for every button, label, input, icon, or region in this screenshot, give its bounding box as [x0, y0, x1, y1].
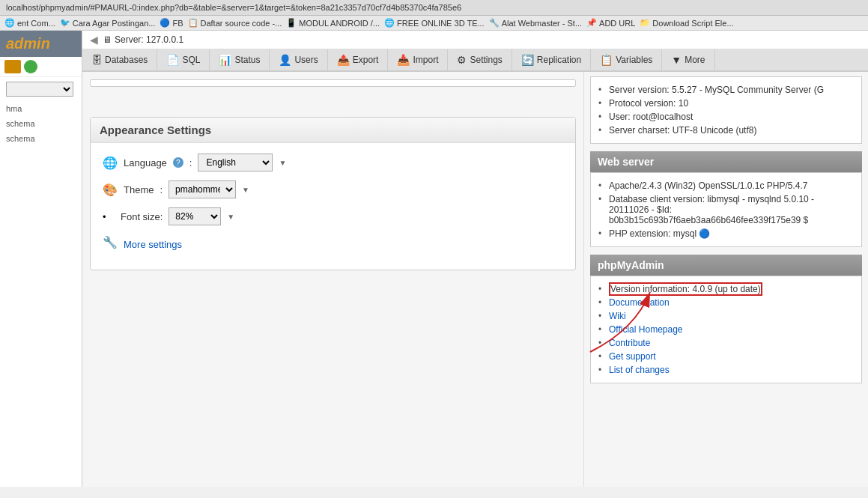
more-icon: ▼	[671, 54, 682, 66]
import-icon: 📥	[397, 54, 410, 66]
tab-more[interactable]: ▼ More	[662, 49, 714, 70]
tab-import[interactable]: 📥 Import	[388, 49, 448, 70]
language-colon: :	[189, 157, 192, 168]
server-breadcrumb: ◀ 🖥 Server: 127.0.0.1	[82, 31, 868, 49]
version-highlight: Version information: 4.0.9 (up to date)	[609, 282, 762, 296]
web-server-section: Web server Apache/2.4.3 (Win32) OpenSSL/…	[590, 151, 862, 247]
wiki-link[interactable]: Wiki	[609, 311, 626, 321]
theme-row: 🎨 Theme : pmahomme ▼	[103, 180, 563, 198]
address-bar[interactable]: localhost/phpmyadmin/#PMAURL-0:index.php…	[0, 0, 868, 16]
bookmark-3[interactable]: 📋 Daftar source code -...	[188, 18, 282, 28]
left-content: Appearance Settings 🌐 Language ? : Engli…	[82, 72, 583, 487]
tab-settings[interactable]: ⚙ Settings	[448, 49, 512, 70]
app-container: admin hma schema schema ◀ 🖥 Server: 127.…	[0, 31, 868, 487]
sidebar-dropdown[interactable]	[6, 82, 73, 97]
tab-users[interactable]: 👤 Users	[270, 49, 327, 70]
language-select[interactable]: English	[198, 154, 273, 171]
sidebar-item-schema-1[interactable]: schema	[0, 116, 82, 131]
contribute-link[interactable]: Contribute	[609, 338, 650, 348]
phpmyadmin-body: Version information: 4.0.9 (up to date) …	[590, 276, 862, 383]
phpmyadmin-list: Version information: 4.0.9 (up to date) …	[598, 282, 854, 377]
version-info-item: Version information: 4.0.9 (up to date)	[598, 282, 854, 296]
tab-databases[interactable]: 🗄 Databases	[82, 49, 157, 70]
sidebar-item-hma[interactable]: hma	[0, 101, 82, 116]
sql-icon: 📄	[166, 54, 179, 66]
bookmark-7[interactable]: 📌 ADD URL	[586, 18, 635, 28]
tab-sql[interactable]: 📄 SQL	[157, 49, 210, 70]
right-panel-inner: Server version: 5.5.27 - MySQL Community…	[590, 76, 862, 383]
server-info-body: Server version: 5.5.27 - MySQL Community…	[590, 76, 862, 144]
language-icon: 🌐	[103, 156, 118, 170]
server-info-item-2: User: root@localhost	[598, 110, 854, 124]
databases-icon: 🗄	[91, 54, 102, 66]
bookmark-5[interactable]: 🌐 FREE ONLINE 3D TE...	[384, 18, 485, 28]
theme-icon: 🎨	[103, 183, 118, 197]
get-support-item: Get support	[598, 350, 854, 363]
nav-tabs: 🗄 Databases 📄 SQL 📊 Status 👤 Users 📤 Exp…	[82, 49, 868, 72]
appearance-title: Appearance Settings	[91, 118, 575, 143]
font-size-select[interactable]: 82%	[169, 207, 221, 225]
url-text: localhost/phpmyadmin/#PMAURL-0:index.php…	[6, 3, 461, 12]
server-info-section: Server version: 5.5.27 - MySQL Community…	[590, 76, 862, 144]
get-support-link[interactable]: Get support	[609, 351, 656, 362]
settings-icon: ⚙	[457, 54, 467, 66]
contribute-item: Contribute	[598, 336, 854, 350]
bookmark-8[interactable]: 📁 Download Script Ele...	[640, 18, 733, 28]
web-server-item-2: PHP extension: mysql 🔵	[598, 227, 854, 240]
official-homepage-item: Official Homepage	[598, 323, 854, 336]
font-size-label: Font size:	[121, 211, 163, 222]
sidebar-logo: admin	[0, 31, 82, 57]
web-server-list: Apache/2.4.3 (Win32) OpenSSL/1.0.1c PHP/…	[598, 179, 854, 240]
bookmark-0[interactable]: 🌐 ent Com...	[4, 18, 55, 28]
content-wrapper: Appearance Settings 🌐 Language ? : Engli…	[82, 72, 868, 487]
more-settings-link[interactable]: More settings	[124, 239, 182, 250]
list-of-changes-link[interactable]: List of changes	[609, 365, 670, 375]
breadcrumb-server: 🖥 Server: 127.0.0.1	[103, 34, 183, 45]
status-icon: 📊	[219, 54, 231, 66]
phpmyadmin-title: phpMyAdmin	[590, 255, 862, 276]
official-homepage-link[interactable]: Official Homepage	[609, 324, 683, 335]
font-size-bullet: •	[103, 211, 115, 222]
tab-variables[interactable]: 📋 Variables	[591, 49, 662, 70]
wiki-item: Wiki	[598, 309, 854, 323]
theme-colon: :	[160, 184, 163, 195]
bookmark-2[interactable]: 🔵 FB	[160, 18, 183, 28]
web-server-item-0: Apache/2.4.3 (Win32) OpenSSL/1.0.1c PHP/…	[598, 179, 854, 192]
more-settings-row: 🔧 More settings	[103, 234, 563, 250]
tab-replication[interactable]: 🔄 Replication	[512, 49, 591, 70]
language-dropdown-arrow: ▼	[279, 159, 286, 167]
bookmark-6[interactable]: 🔧 Alat Webmaster - St...	[489, 18, 582, 28]
theme-select[interactable]: pmahomme	[169, 180, 236, 198]
sidebar-icons	[0, 57, 82, 77]
documentation-link[interactable]: Documentation	[609, 297, 670, 308]
font-size-row: • Font size: 82% ▼	[103, 207, 563, 225]
bookmark-1[interactable]: 🐦 Cara Agar Postingan...	[60, 18, 156, 28]
tab-export[interactable]: 📤 Export	[328, 49, 389, 70]
phpmyadmin-section: phpMyAdmin Version information: 4.0.9 (u…	[590, 255, 862, 383]
sidebar-icon-1[interactable]	[4, 60, 21, 73]
breadcrumb-arrow: ◀	[90, 34, 98, 46]
right-panel: Server version: 5.5.27 - MySQL Community…	[583, 72, 868, 487]
language-label: Language	[124, 157, 167, 168]
appearance-settings-box: Appearance Settings 🌐 Language ? : Engli…	[90, 117, 576, 270]
web-server-item-1: Database client version: libmysql - mysq…	[598, 192, 854, 227]
tab-status[interactable]: 📊 Status	[210, 49, 270, 70]
bookmark-4[interactable]: 📱 MODUL ANDROID /...	[286, 18, 380, 28]
wrench-icon: 🔧	[103, 235, 118, 249]
main-area: ◀ 🖥 Server: 127.0.0.1 🗄 Databases 📄 SQL …	[82, 31, 868, 487]
font-size-dropdown-arrow: ▼	[227, 213, 234, 221]
server-info-list: Server version: 5.5.27 - MySQL Community…	[598, 83, 854, 137]
sidebar: admin hma schema schema	[0, 31, 82, 487]
replication-icon: 🔄	[521, 54, 534, 66]
users-icon: 👤	[279, 54, 291, 66]
server-info-item-1: Protocol version: 10	[598, 97, 854, 110]
variables-icon: 📋	[600, 54, 613, 66]
server-info-item-0: Server version: 5.5.27 - MySQL Community…	[598, 83, 854, 97]
sidebar-item-schema-2[interactable]: schema	[0, 131, 82, 146]
language-help-icon[interactable]: ?	[173, 157, 183, 168]
web-server-body: Apache/2.4.3 (Win32) OpenSSL/1.0.1c PHP/…	[590, 172, 862, 247]
server-icon: 🖥	[103, 34, 112, 45]
server-info-item-3: Server charset: UTF-8 Unicode (utf8)	[598, 124, 854, 137]
appearance-body: 🌐 Language ? : English ▼ 🎨 T	[91, 143, 575, 270]
sidebar-icon-2[interactable]	[24, 60, 37, 73]
